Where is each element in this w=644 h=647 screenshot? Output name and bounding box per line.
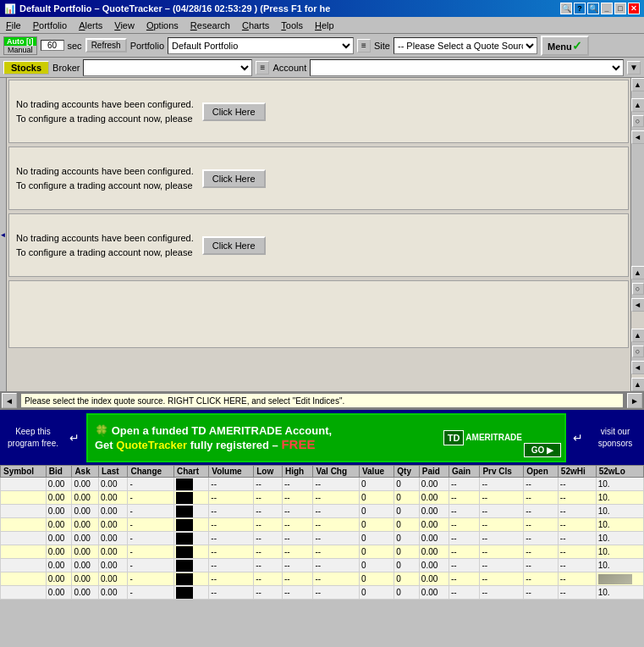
cell: -- <box>209 532 254 545</box>
scroll-down-small[interactable]: ◄ <box>631 130 645 144</box>
table-row[interactable]: 0.000.000.00---------000.00--------10. <box>1 532 644 545</box>
menu-file[interactable]: File <box>3 19 24 31</box>
scroll-up-small[interactable]: ▲ <box>631 98 645 112</box>
ad-right-arrow-icon[interactable]: ↵ <box>573 431 583 445</box>
help-button[interactable]: ? <box>574 3 586 14</box>
scroll-left3[interactable]: ◄ <box>631 361 645 374</box>
col-open[interactable]: Open <box>524 466 559 478</box>
ad-main[interactable]: 🍀 Open a funded TD AMERITRADE Account, G… <box>86 413 566 462</box>
cell: -- <box>313 586 360 600</box>
cell: 0.00 <box>419 545 449 559</box>
col-gain[interactable]: Gain <box>449 466 479 478</box>
cell: 0.00 <box>72 505 99 518</box>
manual-button[interactable]: Manual <box>4 46 36 54</box>
portfolio-icon-btn[interactable]: ≡ <box>357 39 371 53</box>
col-value[interactable]: Value <box>359 466 394 478</box>
menu-view[interactable]: View <box>112 19 137 31</box>
cell: 0 <box>359 545 394 559</box>
scroll-up-main[interactable]: ▲ <box>631 378 645 391</box>
col-qty[interactable]: Qty <box>394 466 420 478</box>
col-ask[interactable]: Ask <box>72 466 99 478</box>
stocks-tab[interactable]: Stocks <box>3 61 49 75</box>
menu-portfolio[interactable]: Portfolio <box>30 19 69 31</box>
broker-select[interactable] <box>83 59 252 76</box>
col-high[interactable]: High <box>282 466 312 478</box>
cell: -- <box>449 586 479 600</box>
col-valchg[interactable]: Val Chg <box>313 466 360 478</box>
cell: -- <box>480 532 524 545</box>
menu-help[interactable]: Help <box>312 19 337 31</box>
broker-icon-btn[interactable]: ≡ <box>256 61 269 75</box>
scroll-up2[interactable]: ▲ <box>631 266 645 279</box>
cell: -- <box>558 518 596 532</box>
menu-charts[interactable]: Charts <box>239 19 272 31</box>
col-bid[interactable]: Bid <box>46 466 72 478</box>
click-here-btn-1[interactable]: Click Here <box>202 102 266 121</box>
index-left-arrow[interactable]: ◄ <box>2 393 17 408</box>
cell: 0.00 <box>72 491 99 505</box>
table-header-row: Symbol Bid Ask Last Change Chart Volume … <box>1 466 644 478</box>
table-row[interactable]: 0.000.000.00---------000.00--------10. <box>1 478 644 491</box>
col-symbol[interactable]: Symbol <box>1 466 47 478</box>
col-last[interactable]: Last <box>99 466 128 478</box>
menu-button[interactable]: Menu✓ <box>541 36 589 56</box>
index-right-arrow[interactable]: ► <box>627 393 642 408</box>
table-row[interactable]: 0.000.000.00---------000.00-------- <box>1 572 644 586</box>
menu-research[interactable]: Research <box>188 19 233 31</box>
col-52wlo[interactable]: 52wLo <box>596 466 643 478</box>
table-row[interactable]: 0.000.000.00---------000.00--------10. <box>1 505 644 518</box>
account-select[interactable] <box>310 59 624 76</box>
seconds-input[interactable] <box>41 40 64 51</box>
go-button[interactable]: GO ▶ <box>524 443 561 457</box>
minimize-button[interactable]: 🔍 <box>560 3 572 14</box>
table-row[interactable]: 0.000.000.00---------000.00--------10. <box>1 518 644 532</box>
cell: 0.00 <box>99 545 128 559</box>
col-low[interactable]: Low <box>254 466 283 478</box>
table-row[interactable]: 0.000.000.00---------000.00--------10. <box>1 559 644 572</box>
close-button[interactable]: ✕ <box>628 3 640 14</box>
account-down-icon[interactable]: ▼ <box>627 61 641 75</box>
cell: -- <box>209 518 254 532</box>
col-prvcls[interactable]: Prv Cls <box>480 466 524 478</box>
col-change[interactable]: Change <box>128 466 174 478</box>
cell: - <box>128 545 174 559</box>
cell: 0.00 <box>72 532 99 545</box>
td-box: TD <box>443 430 465 445</box>
auto-manual-toggle[interactable]: Auto [I] Manual <box>3 36 37 55</box>
auto-button[interactable]: Auto [I] <box>4 37 36 46</box>
broker-label: Broker <box>52 63 80 73</box>
lo52w-cell <box>596 572 643 586</box>
cell: 0.00 <box>46 478 72 491</box>
table-row[interactable]: 0.000.000.00---------000.00--------10. <box>1 586 644 600</box>
portfolio-select[interactable]: Default Portfolio <box>168 37 354 54</box>
chart-cell <box>176 546 193 558</box>
menu-tools[interactable]: Tools <box>278 19 305 31</box>
scroll-circle3[interactable]: ○ <box>632 346 644 357</box>
col-paid[interactable]: Paid <box>419 466 449 478</box>
table-row[interactable]: 0.000.000.00---------000.00--------10. <box>1 545 644 559</box>
minimize-window-button[interactable]: _ <box>601 3 613 14</box>
search-button[interactable]: 🔍 <box>587 3 599 14</box>
col-volume[interactable]: Volume <box>209 466 254 478</box>
click-here-btn-3[interactable]: Click Here <box>202 236 266 255</box>
scroll-up3[interactable]: ▲ <box>631 329 645 342</box>
scroll-up-btn[interactable]: ▲ <box>631 78 645 91</box>
scroll-left2[interactable]: ◄ <box>631 298 645 312</box>
click-here-btn-2[interactable]: Click Here <box>202 169 266 188</box>
cell: 0 <box>359 505 394 518</box>
col-52whi[interactable]: 52wHi <box>558 466 596 478</box>
col-chart[interactable]: Chart <box>173 466 208 478</box>
refresh-button[interactable]: Refresh <box>85 38 127 53</box>
index-message[interactable]: Please select the index quote source. RI… <box>20 393 624 408</box>
restore-button[interactable]: □ <box>614 3 626 14</box>
scroll-circle[interactable]: ○ <box>632 115 644 127</box>
ad-left-arrow-icon[interactable]: ↵ <box>69 431 80 445</box>
check-icon: ✓ <box>572 39 582 53</box>
table-row[interactable]: 0.000.000.00---------000.00--------10. <box>1 491 644 505</box>
left-arrow-icon[interactable]: ◄ <box>0 226 7 243</box>
scroll-circle2[interactable]: ○ <box>632 283 644 295</box>
menu-options[interactable]: Options <box>144 19 181 31</box>
menu-alerts[interactable]: Alerts <box>76 19 105 31</box>
site-select[interactable]: -- Please Select a Quote Source -- <box>394 37 537 54</box>
cell: 0.00 <box>46 532 72 545</box>
